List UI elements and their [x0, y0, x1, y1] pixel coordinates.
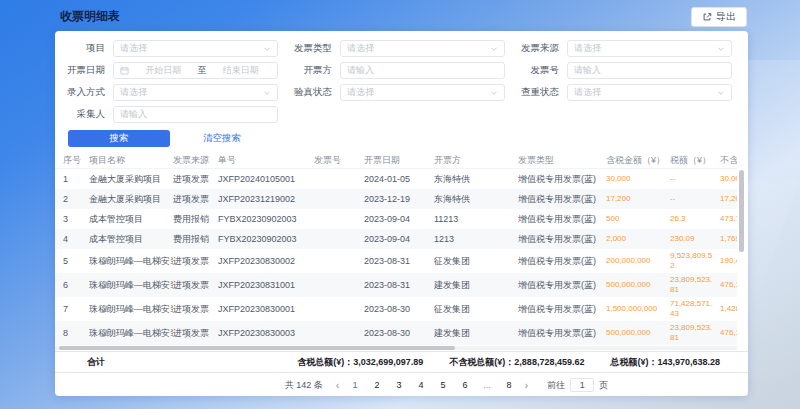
column-header-invoice-date: 开票日期 [364, 154, 434, 167]
cell-invoice-date: 2023-12-19 [364, 194, 434, 204]
cell-order-no: JXFP20230830003 [218, 328, 314, 338]
next-page-button[interactable]: › [525, 380, 529, 390]
clear-search-button[interactable]: 清空搜索 [203, 132, 241, 145]
issuer-input[interactable]: 请输入 [340, 62, 505, 79]
cell-order-no: FYBX20230902003 [218, 214, 314, 224]
select-placeholder: 请选择 [347, 42, 374, 55]
pagination-total-count: 共 142 条 [285, 379, 323, 392]
page-number-2[interactable]: 2 [371, 380, 384, 390]
cell-no: 5 [63, 256, 89, 266]
cell-invoice-source: 费用报销 [173, 233, 218, 246]
cell-project-name: 珠穆朗玛峰—电梯安装 [89, 279, 173, 292]
summary-item-label: 总税额(¥)： [610, 357, 657, 367]
cell-amount-with-tax: 30,000 [606, 174, 670, 184]
page-number-3[interactable]: 3 [393, 380, 406, 390]
page-number-8[interactable]: 8 [503, 380, 516, 390]
page-number-4[interactable]: 4 [415, 380, 428, 390]
table-row[interactable]: 5珠穆朗玛峰—电梯安装进项发票JXFP202308300022023-08-31… [55, 249, 737, 273]
page-jump-input[interactable] [570, 378, 594, 392]
table-row[interactable]: 7珠穆朗玛峰—电梯安装进项发票JXFP202308300012023-08-30… [55, 297, 737, 321]
search-button[interactable]: 搜索 [68, 130, 170, 147]
summary-item: 总税额(¥)：143,970,638.28 [610, 356, 720, 369]
summary-item-label: 含税总额(¥)： [297, 357, 353, 367]
table-row[interactable]: 4成本管控项目费用报销FYBX202309020032023-09-041213… [55, 229, 737, 249]
field-label: 查重状态 [517, 86, 559, 99]
page-jump-prefix: 前往 [547, 379, 565, 392]
collector-input[interactable]: 请输入 [113, 106, 278, 123]
page-number-list: 123456...8 [349, 380, 516, 390]
table-row[interactable]: 2金融大厦采购项目进项发票JXFP202312190022023-12-19东海… [55, 189, 737, 209]
cell-project-name: 成本管控项目 [89, 213, 173, 226]
invoice-date-range-picker[interactable]: 开始日期至结束日期 [113, 62, 278, 79]
field-label: 发票来源 [517, 42, 559, 55]
cell-project-name: 珠穆朗玛峰—电梯安装 [89, 303, 173, 316]
field-label: 验真状态 [290, 86, 332, 99]
filter-field-invoice-type: 发票类型请选择 [290, 40, 505, 57]
field-label: 录入方式 [63, 86, 105, 99]
cell-tax: -- [670, 194, 720, 204]
column-header-invoice-type: 发票类型 [518, 154, 606, 167]
page-jump-suffix: 页 [599, 379, 608, 392]
cell-order-no: JXFP20231219002 [218, 194, 314, 204]
filter-form: 项目请选择发票类型请选择发票来源请选择开票日期开始日期至结束日期开票方请输入发票… [63, 40, 732, 123]
cell-tax: 23,809,523.81 [670, 323, 720, 343]
cell-tax: -- [670, 174, 720, 184]
horizontal-scrollbar-track [55, 346, 737, 350]
filter-field-invoice-source: 发票来源请选择 [517, 40, 732, 57]
cell-invoice-type: 增值税专用发票(蓝) [518, 213, 606, 226]
page-number-5[interactable]: 5 [437, 380, 450, 390]
export-button-label: 导出 [716, 10, 736, 24]
cell-issuer: 建发集团 [434, 279, 518, 292]
project-select[interactable]: 请选择 [113, 40, 278, 57]
page-number-6[interactable]: 6 [459, 380, 472, 390]
verify-status-select[interactable]: 请选择 [340, 84, 505, 101]
column-header-order-no: 单号 [218, 154, 314, 167]
cell-order-no: JXFP20230830001 [218, 304, 314, 314]
cell-invoice-source: 进项发票 [173, 303, 218, 316]
invoice-no-input[interactable]: 请输入 [567, 62, 732, 79]
page-number-1[interactable]: 1 [349, 380, 362, 390]
cell-issuer: 征发集团 [434, 255, 518, 268]
cell-no: 8 [63, 328, 89, 338]
vertical-scrollbar[interactable] [739, 170, 744, 252]
cell-amount-with-tax: 17,200 [606, 194, 670, 204]
field-label: 项目 [63, 42, 105, 55]
cell-tax: 26.3 [670, 214, 720, 224]
filter-field-verify-status: 验真状态请选择 [290, 84, 505, 101]
cell-no: 6 [63, 280, 89, 290]
cell-tax: 23,809,523.81 [670, 275, 720, 295]
entry-method-select[interactable]: 请选择 [113, 84, 278, 101]
table-row[interactable]: 3成本管控项目费用报销FYBX202309020032023-09-041121… [55, 209, 737, 229]
cell-invoice-source: 进项发票 [173, 327, 218, 340]
cell-issuer: 11213 [434, 214, 518, 224]
cell-invoice-type: 增值税专用发票(蓝) [518, 193, 606, 206]
table-row[interactable]: 6珠穆朗玛峰—电梯安装进项发票JXFP202308310012023-08-31… [55, 273, 737, 297]
cell-order-no: FYBX20230902003 [218, 234, 314, 244]
export-button[interactable]: 导出 [691, 7, 747, 27]
summary-items: 含税总额(¥)：3,032,699,097.89不含税总额(¥)：2,888,7… [297, 356, 720, 369]
table-row[interactable]: 1金融大厦采购项目进项发票JXFP202401050012024-01-05东海… [55, 169, 737, 189]
date-range-separator: 至 [198, 64, 207, 77]
field-label: 采集人 [63, 108, 105, 121]
column-header-tax: 税额（¥） [670, 154, 720, 167]
cell-amount-without-tax: 1,769.91 [720, 234, 737, 244]
select-placeholder: 请选择 [120, 42, 147, 55]
filter-field-duplicate-status: 查重状态请选择 [517, 84, 732, 101]
duplicate-status-select[interactable]: 请选择 [567, 84, 732, 101]
table-row[interactable]: 8珠穆朗玛峰—电梯安装进项发票JXFP202308300032023-08-30… [55, 321, 737, 345]
calendar-icon [120, 66, 129, 75]
chevron-down-icon [717, 45, 725, 53]
filter-actions: 搜索 清空搜索 [68, 130, 748, 147]
summary-total-label: 合计 [87, 356, 105, 369]
cell-invoice-type: 增值税专用发票(蓝) [518, 173, 606, 186]
cell-project-name: 金融大厦采购项目 [89, 193, 173, 206]
invoice-type-select[interactable]: 请选择 [340, 40, 505, 57]
horizontal-scrollbar[interactable] [59, 346, 455, 350]
cell-issuer: 1213 [434, 234, 518, 244]
column-header-invoice-source: 发票来源 [173, 154, 218, 167]
select-placeholder: 请选择 [574, 42, 601, 55]
prev-page-button[interactable]: ‹ [336, 380, 340, 390]
cell-amount-without-tax: 473.7 [720, 214, 737, 224]
invoice-source-select[interactable]: 请选择 [567, 40, 732, 57]
summary-item-value: 143,970,638.28 [657, 357, 720, 367]
